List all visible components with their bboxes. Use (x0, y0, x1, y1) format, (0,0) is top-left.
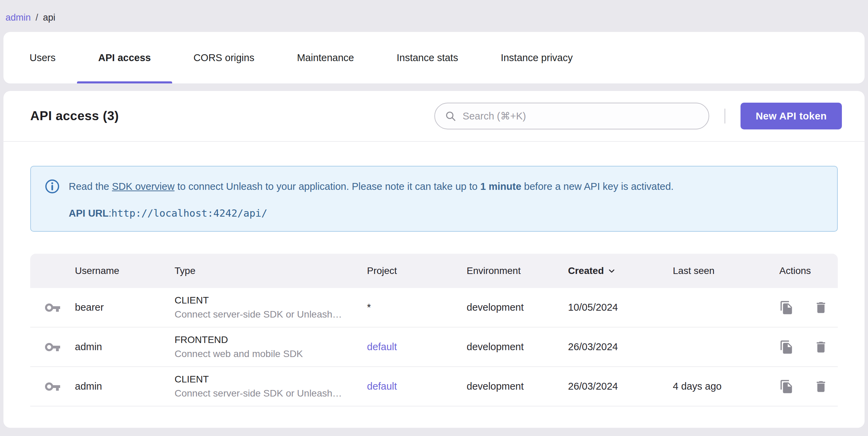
token-type: FRONTEND Connect web and mobile SDK (175, 334, 367, 359)
key-icon (44, 299, 61, 316)
api-url-value: http://localhost:4242/api/ (111, 207, 267, 219)
column-header-last-seen: Last seen (673, 265, 779, 276)
column-header-project: Project (367, 265, 467, 276)
table-row[interactable]: bearer CLIENT Connect server-side SDK or… (30, 288, 838, 328)
column-header-actions: Actions (779, 265, 838, 276)
table-row[interactable]: admin FRONTEND Connect web and mobile SD… (30, 328, 838, 367)
breadcrumb-current-api: api (43, 12, 55, 23)
sdk-overview-link[interactable]: SDK overview (112, 181, 175, 192)
token-username: bearer (75, 302, 175, 313)
token-username: admin (75, 341, 175, 353)
key-icon (44, 339, 61, 355)
new-api-token-button[interactable]: New API token (741, 103, 842, 129)
column-header-username: Username (75, 265, 175, 276)
copy-token-button[interactable] (779, 379, 794, 394)
search-box[interactable] (434, 103, 709, 129)
toolbar-divider (724, 108, 725, 124)
trash-icon (814, 340, 828, 354)
breadcrumb-separator: / (36, 12, 38, 23)
column-header-created[interactable]: Created (568, 265, 673, 276)
token-environment: development (467, 302, 568, 313)
token-project[interactable]: default (367, 341, 467, 353)
card-header: API access (3) New API token (3, 91, 865, 142)
copy-token-button[interactable] (779, 340, 794, 354)
token-type: CLIENT Connect server-side SDK or Unleas… (175, 295, 367, 320)
token-created: 26/03/2024 (568, 381, 673, 392)
table-row[interactable]: admin CLIENT Connect server-side SDK or … (30, 367, 838, 406)
trash-icon (814, 379, 828, 394)
copy-token-button[interactable] (779, 300, 794, 315)
delete-token-button[interactable] (814, 300, 828, 315)
copy-icon (779, 379, 794, 394)
breadcrumb: admin / api (0, 0, 868, 23)
trash-icon (814, 300, 828, 315)
tab-users[interactable]: Users (8, 32, 77, 83)
tab-instance-privacy[interactable]: Instance privacy (479, 32, 594, 83)
token-project[interactable]: default (367, 381, 467, 392)
token-environment: development (467, 381, 568, 392)
tab-cors-origins[interactable]: CORS origins (172, 32, 276, 83)
tab-instance-stats[interactable]: Instance stats (375, 32, 479, 83)
api-access-card: API access (3) New API token Read the SD… (3, 91, 865, 428)
search-input[interactable] (463, 111, 705, 122)
info-banner-text: Read the SDK overview to connect Unleash… (69, 180, 674, 193)
copy-icon (779, 300, 794, 315)
sort-chevron-down-icon (607, 266, 616, 275)
tab-api-access[interactable]: API access (77, 32, 172, 83)
delete-token-button[interactable] (814, 379, 828, 394)
column-header-type: Type (175, 265, 367, 276)
token-last-seen: 4 days ago (673, 381, 779, 392)
api-url-label: API URL (69, 207, 109, 219)
token-project: * (367, 302, 467, 313)
token-created: 10/05/2024 (568, 302, 673, 313)
delete-token-button[interactable] (814, 340, 828, 354)
token-created: 26/03/2024 (568, 341, 673, 353)
token-environment: development (467, 341, 568, 353)
token-username: admin (75, 381, 175, 392)
page-title: API access (3) (30, 109, 119, 123)
table-body: bearer CLIENT Connect server-side SDK or… (30, 288, 838, 406)
search-icon (445, 110, 456, 122)
table-header-row: Username Type Project Environment Create… (30, 254, 838, 288)
copy-icon (779, 340, 794, 354)
tab-maintenance[interactable]: Maintenance (276, 32, 375, 83)
breadcrumb-link-admin[interactable]: admin (5, 12, 31, 23)
api-tokens-table: Username Type Project Environment Create… (30, 254, 838, 406)
info-banner: Read the SDK overview to connect Unleash… (30, 166, 838, 232)
info-icon (45, 179, 60, 194)
admin-tabs: Users API access CORS origins Maintenanc… (3, 32, 865, 83)
column-header-environment: Environment (467, 265, 568, 276)
token-type: CLIENT Connect server-side SDK or Unleas… (175, 374, 367, 399)
key-icon (44, 378, 61, 395)
